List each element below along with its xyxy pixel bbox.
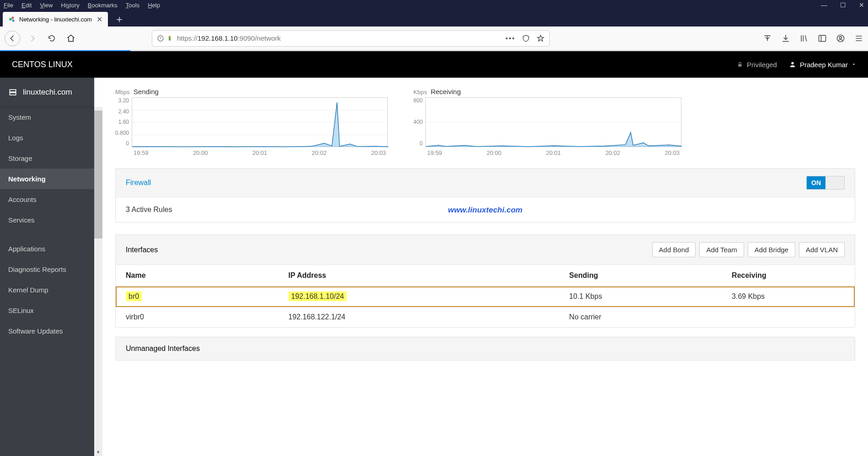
svg-point-2 — [12, 20, 15, 22]
add-team-button[interactable]: Add Team — [699, 242, 744, 257]
scroll-thumb[interactable] — [94, 111, 102, 239]
column-sending: Sending — [559, 265, 722, 286]
svg-rect-10 — [10, 90, 16, 92]
interfaces-title: Interfaces — [126, 246, 158, 254]
watermark-text: www.linuxtechi.com — [448, 206, 523, 215]
url-text: https://192.168.1.10:9090/network — [177, 34, 502, 42]
interfaces-panel: Interfaces Add BondAdd TeamAdd BridgeAdd… — [115, 234, 855, 328]
reload-button[interactable] — [45, 32, 59, 45]
sidebar-scrollbar[interactable]: ▴ ▾ — [94, 107, 102, 456]
sidebar-toggle-icon[interactable] — [818, 34, 827, 43]
column-receiving: Receiving — [722, 265, 855, 286]
chart-svg — [426, 98, 682, 147]
unmanaged-panel: Unmanaged Interfaces — [115, 337, 855, 361]
svg-rect-8 — [739, 64, 742, 66]
sidebar-item-kernel-dump[interactable]: Kernel Dump — [0, 280, 94, 300]
sidebar-host[interactable]: linuxtechi.com — [0, 78, 94, 107]
tab-close-icon[interactable]: ✕ — [96, 15, 102, 24]
sidebar-item-accounts[interactable]: Accounts — [0, 189, 94, 210]
sidebar-item-selinux[interactable]: SELinux — [0, 300, 94, 321]
sidebar-item-software-updates[interactable]: Software Updates — [0, 321, 94, 341]
interfaces-table: NameIP AddressSendingReceiving br0 192.1… — [116, 265, 855, 327]
toggle-on-label: ON — [807, 176, 825, 189]
svg-rect-4 — [169, 38, 171, 40]
window-close-icon[interactable]: ✕ — [859, 1, 864, 9]
sidebar-item-applications[interactable]: Applications — [0, 239, 94, 259]
home-button[interactable] — [64, 32, 78, 45]
sidebar-item-storage[interactable]: Storage — [0, 148, 94, 169]
interface-row-virbr0[interactable]: virbr0 192.168.122.1/24 No carrier — [116, 307, 855, 328]
forward-button[interactable] — [26, 32, 39, 45]
menu-history[interactable]: History — [61, 2, 79, 9]
brand-text: CENTOS LINUX — [12, 60, 73, 69]
firewall-panel: Firewall ON 3 Active Rules www.linuxtech… — [115, 168, 855, 223]
sidebar-item-services[interactable]: Services — [0, 210, 94, 230]
menu-bookmarks[interactable]: Bookmarks — [88, 2, 118, 9]
svg-point-9 — [791, 62, 793, 64]
tab-strip: Networking - linuxtechi.com ✕ ＋ — [0, 10, 868, 27]
sidebar-item-system[interactable]: System — [0, 107, 94, 127]
privileged-indicator[interactable]: Privileged — [737, 61, 777, 69]
url-toolbar: https://192.168.1.10:9090/network ••• — [0, 27, 868, 50]
sidebar-item-logs[interactable]: Logs — [0, 127, 94, 148]
chart-receiving: KbpsReceiving 8004000 19:5920:0020:0120:… — [413, 88, 681, 156]
tab-title: Networking - linuxtechi.com — [19, 16, 92, 23]
main-content: MbpsSending 3.202.401.600.8000 19:5920:0… — [102, 78, 868, 456]
save-to-pocket-icon[interactable] — [763, 34, 772, 43]
bookmark-star-icon[interactable] — [536, 34, 545, 42]
new-tab-button[interactable]: ＋ — [108, 12, 131, 27]
firewall-toggle[interactable]: ON — [806, 176, 845, 190]
add-bridge-button[interactable]: Add Bridge — [748, 242, 795, 257]
sidebar-host-label: linuxtechi.com — [23, 88, 72, 97]
column-ip-address: IP Address — [279, 265, 559, 286]
add-bond-button[interactable]: Add Bond — [652, 242, 696, 257]
back-button[interactable] — [5, 31, 20, 46]
svg-rect-5 — [819, 35, 826, 41]
svg-point-0 — [9, 18, 12, 21]
add-vlan-button[interactable]: Add VLAN — [799, 242, 845, 257]
unmanaged-title: Unmanaged Interfaces — [126, 345, 200, 353]
menu-edit[interactable]: Edit — [21, 2, 32, 9]
firewall-link[interactable]: Firewall — [126, 179, 151, 187]
menu-help[interactable]: Help — [148, 2, 160, 9]
url-bar[interactable]: https://192.168.1.10:9090/network ••• — [152, 30, 550, 47]
sidebar: linuxtechi.com ▴ ▾ SystemLogsStorageNetw… — [0, 78, 94, 456]
browser-menubar: File Edit View History Bookmarks Tools H… — [0, 0, 868, 10]
window-maximize-icon[interactable]: ☐ — [840, 1, 846, 9]
page-actions-icon[interactable]: ••• — [505, 34, 515, 42]
browser-tab[interactable]: Networking - linuxtechi.com ✕ — [3, 12, 108, 27]
favicon-icon — [8, 16, 16, 23]
svg-rect-11 — [10, 92, 16, 95]
chart-sending: MbpsSending 3.202.401.600.8000 19:5920:0… — [115, 88, 388, 156]
downloads-icon[interactable] — [781, 34, 790, 43]
sidebar-item-diagnostic-reports[interactable]: Diagnostic Reports — [0, 259, 94, 280]
svg-point-1 — [12, 17, 14, 19]
menu-view[interactable]: View — [40, 2, 53, 9]
site-info-icon[interactable] — [157, 35, 173, 42]
menu-file[interactable]: File — [4, 2, 13, 9]
tracking-protection-icon[interactable] — [522, 34, 530, 42]
firewall-rules-text: 3 Active Rules — [126, 206, 172, 213]
window-minimize-icon[interactable]: — — [821, 1, 827, 9]
library-icon[interactable] — [799, 34, 809, 43]
chart-svg — [132, 98, 388, 147]
toggle-off-side — [825, 176, 844, 189]
scroll-down-icon[interactable]: ▾ — [94, 448, 102, 456]
interface-row-br0[interactable]: br0 192.168.1.10/24 10.1 Kbps 3.69 Kbps — [116, 286, 855, 307]
sidebar-item-networking[interactable]: Networking — [0, 169, 94, 189]
column-name: Name — [116, 265, 279, 286]
cockpit-header: CENTOS LINUX Privileged Pradeep Kumar — [0, 51, 868, 78]
user-menu[interactable]: Pradeep Kumar — [789, 61, 856, 69]
menu-tools[interactable]: Tools — [126, 2, 139, 9]
svg-point-7 — [840, 36, 842, 38]
account-icon[interactable] — [836, 34, 845, 43]
hamburger-menu-icon[interactable] — [854, 34, 863, 43]
